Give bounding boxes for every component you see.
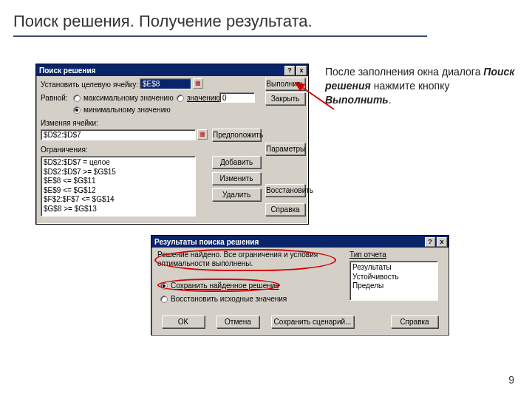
close-icon[interactable]: x xyxy=(437,237,447,247)
constraint-row: $E$9 <= $G$12 xyxy=(44,186,193,196)
highlight-ellipse-icon xyxy=(157,279,280,292)
report-listbox[interactable]: Результаты Устойчивость Пределы xyxy=(349,261,438,301)
ok-button[interactable]: OK xyxy=(162,316,205,328)
target-cell-label: Установить целевую ячейку: xyxy=(41,81,138,89)
value-input[interactable]: 0 xyxy=(219,92,255,103)
cancel-button[interactable]: Отмена xyxy=(216,316,259,328)
page-number: 9 xyxy=(508,374,514,386)
constraint-row: $D$2:$D$7 = целое xyxy=(44,158,193,168)
caption-part1: После заполнения окна диалога xyxy=(325,66,483,78)
refedit-icon[interactable]: ▦ xyxy=(193,78,203,89)
constraint-row: $F$2:$F$7 <= $G$14 xyxy=(44,195,193,205)
results-title: Результаты поиска решения xyxy=(154,238,259,246)
radio-restore-label: Восстановить исходные значения xyxy=(171,295,287,303)
target-cell-input[interactable]: $E$8 xyxy=(140,78,191,89)
constraint-row: $D$2:$D$7 >= $G$15 xyxy=(44,168,193,177)
close-button[interactable]: Закрыть xyxy=(265,92,305,105)
highlight-ellipse-icon xyxy=(154,249,336,271)
help-icon[interactable]: ? xyxy=(425,237,435,247)
changing-cells-label: Изменяя ячейки: xyxy=(41,119,98,127)
equal-label: Равной: xyxy=(41,94,68,102)
title-underline xyxy=(13,35,427,37)
radio-min-label: минимальному значению xyxy=(83,106,171,114)
results-dialog: Результаты поиска решения ? x Решение на… xyxy=(151,235,449,335)
caption-text: После заполнения окна диалога Поиск реше… xyxy=(325,65,517,107)
report-row: Устойчивость xyxy=(352,273,435,282)
radio-restore-values[interactable]: Восстановить исходные значения xyxy=(160,295,287,303)
solver-title: Поиск решения xyxy=(39,66,95,75)
report-type-label: Тип отчета xyxy=(349,250,386,259)
radio-min[interactable]: минимальному значению xyxy=(73,106,171,114)
report-row: Пределы xyxy=(352,282,435,291)
execute-button[interactable]: Выполнить xyxy=(265,78,305,90)
add-button[interactable]: Добавить xyxy=(212,156,261,168)
slide-title: Поиск решения. Получение результата. xyxy=(13,12,313,31)
solver-titlebar: Поиск решения ? x xyxy=(36,64,308,76)
change-button[interactable]: Изменить xyxy=(212,172,261,185)
constraint-row: $G$8 >= $G$13 xyxy=(44,205,193,214)
constraints-label: Ограничения: xyxy=(41,146,88,154)
caption-em2: Выполнить xyxy=(325,94,389,106)
solver-dialog: Поиск решения ? x Установить целевую яче… xyxy=(35,64,309,225)
caption-part2: нажмите кнопку xyxy=(371,80,450,92)
report-row: Результаты xyxy=(352,263,435,273)
refedit-icon[interactable]: ▦ xyxy=(197,129,208,140)
radio-max[interactable]: максимальному значению xyxy=(73,94,174,102)
radio-value[interactable]: значению: xyxy=(177,94,222,102)
help-button[interactable]: Справка xyxy=(391,316,438,328)
results-titlebar: Результаты поиска решения ? x xyxy=(151,236,449,248)
close-icon[interactable]: x xyxy=(296,66,307,75)
delete-button[interactable]: Удалить xyxy=(212,188,261,201)
save-scenario-button[interactable]: Сохранить сценарий... xyxy=(271,316,354,328)
help-button[interactable]: Справка xyxy=(265,203,305,216)
radio-value-label: значению: xyxy=(187,94,222,102)
caption-part3: . xyxy=(389,94,392,106)
constraints-listbox[interactable]: $D$2:$D$7 = целое $D$2:$D$7 >= $G$15 $E$… xyxy=(41,156,196,216)
constraint-row: $E$8 <= $G$11 xyxy=(44,177,193,186)
guess-button[interactable]: Предположить xyxy=(212,129,261,141)
radio-max-label: максимальному значению xyxy=(83,94,174,102)
reset-button[interactable]: Восстановить xyxy=(265,184,305,197)
changing-cells-input[interactable]: $D$2:$D$7 xyxy=(41,129,196,140)
help-icon[interactable]: ? xyxy=(284,66,295,75)
params-button[interactable]: Параметры xyxy=(265,143,305,155)
